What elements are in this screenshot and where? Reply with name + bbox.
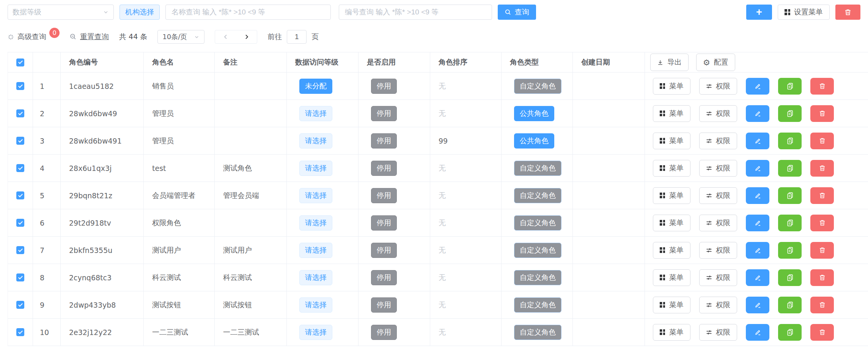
role-type-badge[interactable]: 公共角色 — [514, 106, 554, 121]
delete-selected-button[interactable] — [835, 5, 860, 20]
data-level-select[interactable]: 数据等级 — [8, 5, 114, 20]
row-checkbox[interactable] — [8, 182, 33, 209]
row-delete-button[interactable] — [810, 133, 834, 149]
access-level-button[interactable]: 请选择 — [299, 161, 332, 176]
access-level-button[interactable]: 请选择 — [299, 188, 332, 203]
row-checkbox[interactable] — [8, 291, 33, 319]
access-level-button[interactable]: 未分配 — [299, 79, 332, 94]
access-level-button[interactable]: 请选择 — [299, 106, 332, 121]
access-level-button[interactable]: 请选择 — [299, 243, 332, 258]
goto-page-input[interactable] — [287, 30, 307, 44]
reset-query-link[interactable]: 重置查询 — [70, 32, 109, 42]
row-checkbox[interactable] — [8, 209, 33, 237]
row-menu-button[interactable]: 菜单 — [653, 215, 690, 231]
row-menu-button[interactable]: 菜单 — [653, 105, 690, 122]
row-permission-button[interactable]: 权限 — [699, 297, 737, 313]
row-delete-button[interactable] — [810, 242, 834, 259]
row-permission-button[interactable]: 权限 — [699, 78, 737, 95]
add-button[interactable]: + — [746, 5, 772, 20]
page-size-select[interactable]: 10条/页 — [157, 30, 204, 44]
row-copy-button[interactable] — [778, 324, 802, 341]
row-menu-button[interactable]: 菜单 — [653, 160, 690, 177]
row-menu-button[interactable]: 菜单 — [653, 297, 690, 313]
row-copy-button[interactable] — [778, 105, 802, 122]
role-type-badge[interactable]: 自定义角色 — [514, 297, 561, 313]
row-copy-button[interactable] — [778, 133, 802, 149]
row-copy-button[interactable] — [778, 297, 802, 313]
role-type-badge[interactable]: 自定义角色 — [514, 270, 561, 285]
row-edit-button[interactable] — [746, 187, 769, 204]
row-copy-button[interactable] — [778, 269, 802, 286]
row-edit-button[interactable] — [746, 215, 769, 231]
row-copy-button[interactable] — [778, 242, 802, 259]
code-query-input[interactable] — [339, 5, 492, 20]
enabled-toggle-button[interactable]: 停用 — [371, 106, 397, 121]
enabled-toggle-button[interactable]: 停用 — [371, 133, 397, 149]
row-checkbox[interactable] — [8, 237, 33, 264]
row-permission-button[interactable]: 权限 — [699, 324, 737, 341]
advanced-query-link[interactable]: 高级查询 0 — [8, 32, 60, 42]
row-checkbox[interactable] — [8, 100, 33, 127]
enabled-toggle-button[interactable]: 停用 — [371, 161, 397, 176]
role-type-badge[interactable]: 公共角色 — [514, 133, 554, 149]
row-delete-button[interactable] — [810, 187, 834, 204]
access-level-button[interactable]: 请选择 — [299, 297, 332, 313]
role-type-badge[interactable]: 自定义角色 — [514, 161, 561, 176]
config-button[interactable]: ⚙ 配置 — [696, 54, 735, 71]
row-checkbox[interactable] — [8, 264, 33, 291]
select-all-checkbox[interactable] — [8, 52, 33, 73]
enabled-toggle-button[interactable]: 停用 — [371, 215, 397, 231]
enabled-toggle-button[interactable]: 停用 — [371, 79, 397, 94]
row-menu-button[interactable]: 菜单 — [653, 269, 690, 286]
access-level-button[interactable]: 请选择 — [299, 133, 332, 149]
row-copy-button[interactable] — [778, 187, 802, 204]
access-level-button[interactable]: 请选择 — [299, 215, 332, 231]
prev-page-button[interactable] — [215, 30, 236, 43]
enabled-toggle-button[interactable]: 停用 — [371, 243, 397, 258]
row-edit-button[interactable] — [746, 242, 769, 259]
row-delete-button[interactable] — [810, 105, 834, 122]
role-type-badge[interactable]: 自定义角色 — [514, 325, 561, 340]
row-permission-button[interactable]: 权限 — [699, 105, 737, 122]
enabled-toggle-button[interactable]: 停用 — [371, 270, 397, 285]
row-permission-button[interactable]: 权限 — [699, 160, 737, 177]
menu-settings-button[interactable]: 设置菜单 — [778, 5, 830, 20]
row-delete-button[interactable] — [810, 297, 834, 313]
row-checkbox[interactable] — [8, 73, 33, 100]
row-copy-button[interactable] — [778, 215, 802, 231]
row-edit-button[interactable] — [746, 269, 769, 286]
row-menu-button[interactable]: 菜单 — [653, 324, 690, 341]
access-level-button[interactable]: 请选择 — [299, 325, 332, 340]
row-checkbox[interactable] — [8, 155, 33, 182]
access-level-button[interactable]: 请选择 — [299, 270, 332, 285]
row-menu-button[interactable]: 菜单 — [653, 78, 690, 95]
row-menu-button[interactable]: 菜单 — [653, 242, 690, 259]
row-delete-button[interactable] — [810, 78, 834, 95]
row-delete-button[interactable] — [810, 324, 834, 341]
row-permission-button[interactable]: 权限 — [699, 242, 737, 259]
role-type-badge[interactable]: 自定义角色 — [514, 188, 561, 203]
export-button[interactable]: 导出 — [650, 54, 689, 71]
next-page-button[interactable] — [236, 30, 257, 43]
row-delete-button[interactable] — [810, 215, 834, 231]
row-copy-button[interactable] — [778, 160, 802, 177]
enabled-toggle-button[interactable]: 停用 — [371, 297, 397, 313]
role-type-badge[interactable]: 自定义角色 — [514, 243, 561, 258]
row-permission-button[interactable]: 权限 — [699, 133, 737, 149]
row-edit-button[interactable] — [746, 105, 769, 122]
row-delete-button[interactable] — [810, 160, 834, 177]
row-edit-button[interactable] — [746, 324, 769, 341]
name-query-input[interactable] — [165, 5, 331, 20]
row-checkbox[interactable] — [8, 127, 33, 155]
row-menu-button[interactable]: 菜单 — [653, 133, 690, 149]
enabled-toggle-button[interactable]: 停用 — [371, 325, 397, 340]
row-permission-button[interactable]: 权限 — [699, 187, 737, 204]
search-button[interactable]: 查询 — [498, 5, 536, 20]
role-type-badge[interactable]: 自定义角色 — [514, 215, 561, 231]
row-permission-button[interactable]: 权限 — [699, 215, 737, 231]
row-edit-button[interactable] — [746, 297, 769, 313]
row-copy-button[interactable] — [778, 78, 802, 95]
org-select-button[interactable]: 机构选择 — [120, 5, 160, 20]
row-edit-button[interactable] — [746, 78, 769, 95]
row-edit-button[interactable] — [746, 133, 769, 149]
